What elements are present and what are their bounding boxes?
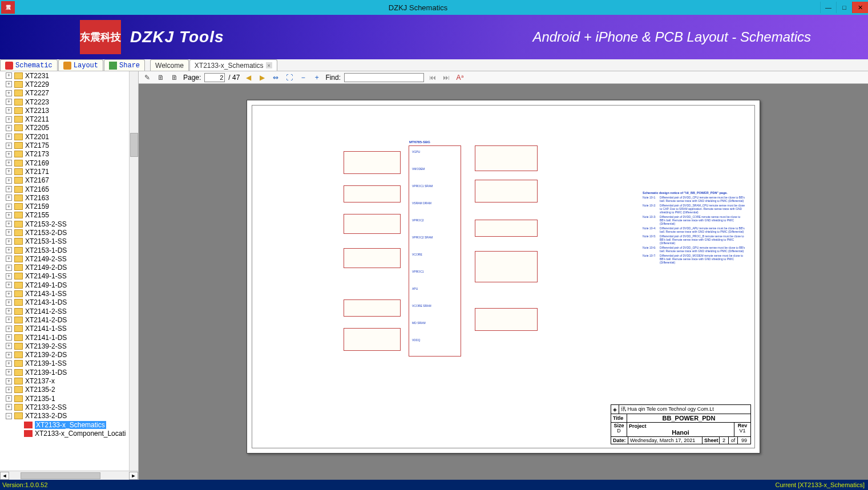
expand-icon[interactable]: + <box>6 265 12 271</box>
tool-button[interactable]: 🗎 <box>169 72 180 83</box>
fit-width-button[interactable]: ⇔ <box>271 72 281 83</box>
tree-folder-node[interactable]: +XT2163 <box>6 193 138 202</box>
window-minimize-button[interactable]: — <box>820 2 836 13</box>
expand-icon[interactable]: + <box>6 99 12 105</box>
tree-folder-node[interactable]: +XT2171 <box>6 167 138 176</box>
tree-file-node[interactable]: XT2133-x_Component_Locati <box>6 429 138 438</box>
expand-icon[interactable]: + <box>6 291 12 297</box>
scrollbar-thumb[interactable] <box>130 133 138 157</box>
expand-icon[interactable]: + <box>6 395 12 402</box>
tab-share[interactable]: Share <box>104 59 145 71</box>
collapse-icon[interactable]: − <box>6 413 12 419</box>
expand-icon[interactable]: + <box>6 378 12 384</box>
tree-folder-node[interactable]: +XT2143-1-DS <box>6 298 138 307</box>
zoom-out-button[interactable]: − <box>298 72 308 83</box>
close-icon[interactable]: × <box>266 62 272 68</box>
expand-icon[interactable]: + <box>6 273 12 280</box>
expand-icon[interactable]: + <box>6 256 12 262</box>
find-prev-button[interactable]: ⏮ <box>427 72 438 83</box>
tree-folder-node[interactable]: +XT2229 <box>6 80 138 88</box>
next-page-button[interactable]: ▶ <box>257 72 267 83</box>
tree-folder-node[interactable]: +XT2153-2-DS <box>6 228 138 237</box>
expand-icon[interactable]: + <box>6 107 12 114</box>
tree-folder-node[interactable]: +XT2231 <box>6 71 138 80</box>
tree-folder-node[interactable]: +XT2165 <box>6 185 138 193</box>
tree-view[interactable]: +XT2231+XT2229+XT2227+XT2223+XT2213+XT22… <box>0 71 138 471</box>
find-input[interactable] <box>344 73 424 82</box>
expand-icon[interactable]: + <box>6 143 12 149</box>
tree-folder-node[interactable]: +XT2213 <box>6 106 138 115</box>
expand-icon[interactable]: + <box>6 151 12 157</box>
tree-folder-node[interactable]: +XT2135-1 <box>6 394 138 403</box>
expand-icon[interactable]: + <box>6 343 12 349</box>
tree-folder-node[interactable]: +XT2139-2-SS <box>6 342 138 350</box>
window-maximize-button[interactable]: □ <box>836 2 852 13</box>
tree-folder-node[interactable]: +XT2201 <box>6 132 138 141</box>
tree-folder-node[interactable]: +XT2155 <box>6 211 138 220</box>
expand-icon[interactable]: + <box>6 238 12 245</box>
tree-folder-node[interactable]: +XT2149-2-SS <box>6 254 138 263</box>
expand-icon[interactable]: + <box>6 317 12 323</box>
tree-folder-node[interactable]: +XT2153-1-DS <box>6 246 138 254</box>
tree-horizontal-scrollbar[interactable]: ◄ ► <box>0 471 138 480</box>
tree-file-node[interactable]: XT2133-x_Schematics <box>6 420 138 429</box>
tree-folder-node[interactable]: +XT2149-1-SS <box>6 272 138 281</box>
tree-folder-node[interactable]: +XT2141-1-DS <box>6 333 138 342</box>
tree-folder-node[interactable]: +XT2153-1-SS <box>6 237 138 246</box>
fit-page-button[interactable]: ⛶ <box>284 72 294 83</box>
tree-vertical-scrollbar[interactable] <box>129 71 138 471</box>
tree-folder-node[interactable]: +XT2149-2-DS <box>6 264 138 272</box>
expand-icon[interactable]: + <box>6 334 12 341</box>
tree-folder-node[interactable]: +XT2205 <box>6 124 138 132</box>
tree-folder-node[interactable]: +XT2173 <box>6 150 138 159</box>
expand-icon[interactable]: + <box>6 125 12 131</box>
tree-folder-node[interactable]: +XT2143-1-SS <box>6 289 138 298</box>
expand-icon[interactable]: + <box>6 352 12 358</box>
tree-folder-node[interactable]: +XT2175 <box>6 141 138 149</box>
tree-folder-node[interactable]: +XT2141-2-SS <box>6 307 138 315</box>
tree-folder-node[interactable]: +XT2139-1-SS <box>6 359 138 368</box>
expand-icon[interactable]: + <box>6 90 12 96</box>
expand-icon[interactable]: + <box>6 299 12 306</box>
tool-button[interactable]: 🗎 <box>156 72 166 83</box>
expand-icon[interactable]: + <box>6 72 12 79</box>
expand-icon[interactable]: + <box>6 160 12 166</box>
tree-folder-node[interactable]: +XT2227 <box>6 89 138 98</box>
page-number-input[interactable] <box>204 73 225 82</box>
doc-tab-welcome[interactable]: Welcome <box>150 59 189 71</box>
tree-folder-node[interactable]: +XT2223 <box>6 98 138 106</box>
expand-icon[interactable]: + <box>6 247 12 253</box>
tab-layout[interactable]: Layout <box>58 59 103 71</box>
scrollbar-thumb[interactable] <box>21 472 100 479</box>
tree-folder-node[interactable]: +XT2167 <box>6 176 138 185</box>
tree-folder-node[interactable]: +XT2159 <box>6 202 138 210</box>
zoom-in-button[interactable]: + <box>312 72 322 83</box>
scroll-left-button[interactable]: ◄ <box>0 472 9 480</box>
tree-folder-node[interactable]: +XT2133-2-SS <box>6 403 138 411</box>
expand-icon[interactable]: + <box>6 168 12 175</box>
page-canvas[interactable]: MT6785-SBG VGPUVMODEMVPRO <box>139 84 868 480</box>
expand-icon[interactable]: + <box>6 404 12 410</box>
tree-folder-node[interactable]: +XT2139-1-DS <box>6 368 138 376</box>
doc-tab-schematics[interactable]: XT2133-x_Schematics × <box>189 59 277 71</box>
tree-folder-node[interactable]: +XT2211 <box>6 115 138 123</box>
expand-icon[interactable]: + <box>6 229 12 236</box>
expand-icon[interactable]: + <box>6 212 12 218</box>
expand-icon[interactable]: + <box>6 195 12 201</box>
expand-icon[interactable]: + <box>6 81 12 87</box>
tree-folder-node[interactable]: +XT2141-1-SS <box>6 325 138 333</box>
tree-folder-node[interactable]: +XT2153-2-SS <box>6 220 138 228</box>
window-close-button[interactable]: ✕ <box>852 2 868 13</box>
prev-page-button[interactable]: ◀ <box>243 72 253 83</box>
expand-icon[interactable]: + <box>6 133 12 140</box>
tree-folder-node[interactable]: +XT2169 <box>6 159 138 167</box>
find-next-button[interactable]: ⏭ <box>441 72 451 83</box>
expand-icon[interactable]: + <box>6 387 12 393</box>
tree-folder-node[interactable]: +XT2139-2-DS <box>6 351 138 359</box>
text-size-button[interactable]: Aᵃ <box>455 72 465 83</box>
tool-button[interactable]: ✎ <box>142 72 152 83</box>
tree-folder-node[interactable]: +XT2137-x <box>6 376 138 385</box>
expand-icon[interactable]: + <box>6 308 12 314</box>
expand-icon[interactable]: + <box>6 177 12 184</box>
tree-folder-node[interactable]: −XT2133-2-DS <box>6 412 138 420</box>
